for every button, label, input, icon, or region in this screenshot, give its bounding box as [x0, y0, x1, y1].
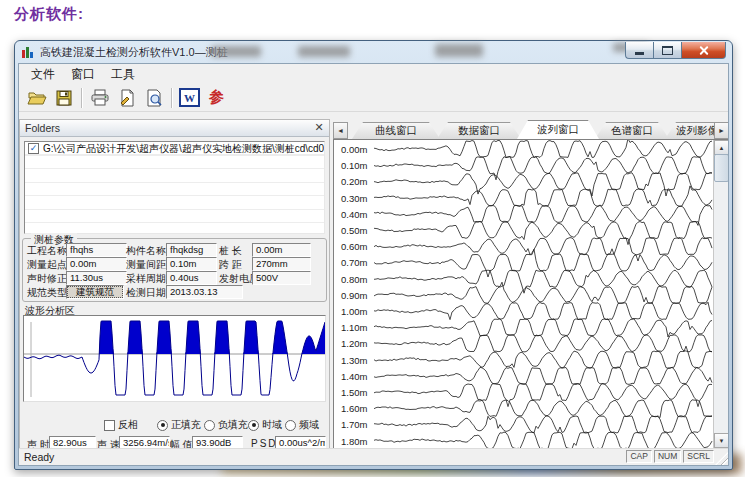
- fill-positive-radio[interactable]: [157, 420, 168, 431]
- save-icon: [55, 89, 73, 107]
- depth-label: 0.50m: [341, 225, 367, 236]
- printer-icon: [90, 89, 110, 107]
- tab-scroll-right-button[interactable]: ►: [714, 122, 729, 139]
- folder-open-icon: [27, 89, 47, 107]
- param-field-emit-voltage[interactable]: 500V: [252, 271, 311, 285]
- freq-domain-radio[interactable]: [285, 420, 296, 431]
- scroll-down-button[interactable]: ▼: [714, 433, 729, 448]
- fill-positive-option[interactable]: 正填充: [157, 419, 201, 431]
- depth-label: 1.70m: [341, 419, 367, 430]
- tab-data-window[interactable]: 数据窗口: [437, 122, 521, 139]
- params-button[interactable]: 参: [203, 86, 230, 110]
- param-field-measure-interval[interactable]: 0.10m: [166, 257, 217, 271]
- close-button[interactable]: [682, 42, 726, 59]
- window-title: 高铁建混凝土检测分析软件V1.0—测桩: [40, 45, 228, 60]
- word-icon: W: [179, 88, 200, 107]
- status-indicator-scrl: SCRL: [683, 450, 714, 463]
- wave-train-row: [374, 432, 712, 448]
- close-icon: [698, 45, 709, 56]
- tab-wave-train-window[interactable]: 波列窗口: [517, 120, 599, 139]
- depth-label: 0.00m: [341, 144, 367, 155]
- save-button[interactable]: [50, 86, 77, 110]
- scroll-up-button[interactable]: ▲: [714, 140, 729, 155]
- wave-train-row: [374, 205, 712, 225]
- word-export-button[interactable]: W: [176, 86, 203, 110]
- depth-label: 0.80m: [341, 274, 367, 285]
- wave-train-row: [374, 302, 712, 319]
- minimize-button[interactable]: [625, 42, 653, 59]
- invert-label: 反相: [118, 418, 138, 432]
- param-field-standard-type[interactable]: 建筑规范: [66, 285, 124, 299]
- param-field-sampling-period[interactable]: 0.40us: [166, 271, 217, 285]
- param-label-project-name: 工程名称: [27, 244, 67, 258]
- open-button[interactable]: [23, 86, 50, 110]
- time-domain-option[interactable]: 时域: [248, 419, 282, 431]
- time-domain-radio[interactable]: [248, 420, 259, 431]
- param-field-sound-time-correction[interactable]: 11.30us: [66, 271, 127, 285]
- param-field-pile-length[interactable]: 0.00m: [252, 243, 311, 257]
- maximize-icon: [662, 46, 673, 55]
- wave-train-row: [374, 282, 712, 303]
- param-field-component-name[interactable]: fhqkdsg: [166, 243, 217, 257]
- wave-train-row: [374, 140, 712, 158]
- fill-positive-label: 正填充: [171, 418, 201, 432]
- status-bar: Ready CAPNUMSCRL: [19, 448, 728, 465]
- params-grid: 工程名称fhqhs构件名称fhqkdsg桩 长0.00m测量起点0.00m测量间…: [23, 239, 326, 301]
- param-field-test-date[interactable]: 2013.03.13: [166, 285, 243, 299]
- fill-negative-label: 负填充: [218, 418, 248, 432]
- param-label-measure-interval: 测量间距: [126, 258, 166, 272]
- invert-checkbox[interactable]: [104, 420, 115, 431]
- depth-label: 1.50m: [341, 387, 367, 398]
- param-field-project-name[interactable]: fhqhs: [66, 243, 127, 257]
- window-titlebar[interactable]: 高铁建混凝土检测分析软件V1.0—测桩: [15, 41, 732, 63]
- print-preview-button[interactable]: [140, 86, 167, 110]
- status-indicators: CAPNUMSCRL: [624, 450, 714, 463]
- menu-bar: 文件窗口工具: [19, 64, 728, 84]
- preview-icon: [145, 89, 163, 107]
- panel-close-button[interactable]: ✕: [312, 121, 326, 134]
- param-label-pile-length: 桩 长: [219, 244, 242, 258]
- param-field-measure-start[interactable]: 0.00m: [66, 257, 127, 271]
- wave-train-area[interactable]: 0.00m0.10m0.20m0.30m0.40m0.50m0.60m0.70m…: [333, 139, 729, 449]
- wave-train-row: [374, 186, 712, 206]
- menu-item-file[interactable]: 文件: [23, 64, 63, 85]
- menu-item-window[interactable]: 窗口: [63, 64, 103, 85]
- freq-domain-label: 频域: [299, 418, 319, 432]
- tab-scroll-left-button[interactable]: ◄: [333, 122, 348, 139]
- file-list[interactable]: ✓G:\公司产品设计开发\超声仪器\超声仪实地检测数据\测桩cd\cd03\cd…: [24, 141, 325, 234]
- waveform-plot: [24, 316, 325, 401]
- print-button[interactable]: [86, 86, 113, 110]
- censor-blur: [211, 46, 261, 57]
- wave-train-row: [374, 238, 712, 255]
- wave-train-row: [374, 335, 712, 352]
- scroll-thumb[interactable]: [714, 154, 729, 182]
- resize-grip[interactable]: [715, 452, 728, 465]
- param-field-span-distance[interactable]: 270mm: [252, 257, 311, 271]
- params-group: 测桩参数 工程名称fhqhs构件名称fhqkdsg桩 长0.00m测量起点0.0…: [22, 238, 327, 302]
- wave-window-panel: ◄ 曲线窗口数据窗口波列窗口色谱窗口波列影像 ► 0.00m0.10m0.20m…: [332, 119, 729, 449]
- time-domain-label: 时域: [262, 418, 282, 432]
- vertical-scrollbar[interactable]: ▲ ▼: [713, 140, 728, 448]
- fill-negative-option[interactable]: 负填充: [204, 419, 248, 431]
- invert-option[interactable]: 反相: [104, 419, 138, 431]
- waveform-analysis-box[interactable]: [23, 315, 326, 402]
- param-char-icon: 参: [209, 88, 224, 107]
- file-item[interactable]: ✓G:\公司产品设计开发\超声仪器\超声仪实地检测数据\测桩cd\cd03\cd…: [25, 142, 324, 155]
- folders-panel-title: Folders: [25, 122, 60, 134]
- menu-item-tools[interactable]: 工具: [103, 64, 143, 85]
- tab-spectrum-window[interactable]: 色谱窗口: [595, 122, 669, 139]
- file-item-checkbox[interactable]: ✓: [28, 143, 39, 154]
- print-setup-button[interactable]: [113, 86, 140, 110]
- wave-train-row: [374, 384, 712, 407]
- fill-negative-radio[interactable]: [204, 420, 215, 431]
- depth-label: 0.20m: [341, 176, 367, 187]
- maximize-button[interactable]: [653, 42, 682, 59]
- depth-label: 0.70m: [341, 257, 367, 268]
- freq-domain-option[interactable]: 频域: [285, 419, 319, 431]
- wave-train-row: [374, 249, 712, 277]
- wave-train-row: [374, 367, 712, 384]
- toolbar-separator: [81, 88, 82, 108]
- tab-curve-window[interactable]: 曲线窗口: [352, 122, 440, 139]
- depth-label: 1.60m: [341, 403, 367, 414]
- param-label-component-name: 构件名称: [126, 244, 166, 258]
